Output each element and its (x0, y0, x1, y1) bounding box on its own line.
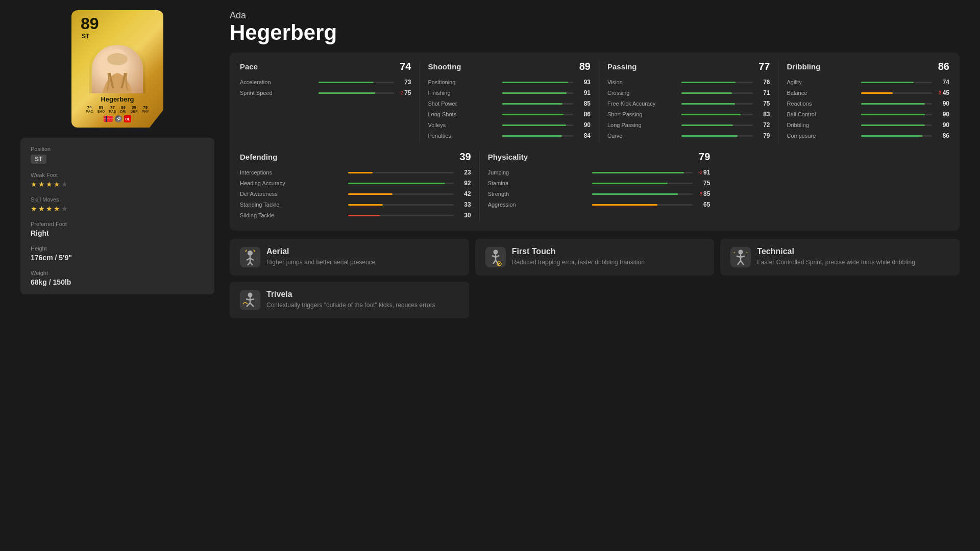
stat-row: Shot Power85 (428, 100, 591, 107)
player-last-name: Hegerberg (230, 21, 960, 44)
stat-name: Penalties (428, 133, 499, 139)
stat-value: 23 (464, 169, 471, 176)
category-value: 39 (459, 151, 471, 163)
stat-row: Heading Accuracy92 (240, 180, 471, 187)
stat-name: Crossing (607, 90, 678, 96)
stat-value: 30 (464, 212, 471, 219)
card-stats-row: 74 PAC 89 SHO 77 PAS 86 DRI 39 DEF (86, 105, 149, 113)
trait-card-technical: + + TechnicalFaster Controlled Sprint, p… (720, 239, 960, 276)
stat-value: 83 (763, 111, 770, 118)
stat-row: Long Shots86 (428, 111, 591, 118)
trait-text-block: TechnicalFaster Controlled Sprint, preci… (757, 247, 915, 267)
trait-name: First Touch (512, 247, 645, 256)
category-name: Physicality (488, 153, 528, 161)
stat-bar (861, 92, 893, 94)
stat-name: Agility (787, 79, 858, 85)
card-flags: ⚽ OL (104, 115, 131, 122)
stat-bar-container (592, 193, 693, 195)
skill-moves-stars: ★ ★ ★ ★ ★ (31, 205, 204, 213)
stat-value: 72 (763, 121, 770, 129)
svg-text:+: + (733, 251, 736, 255)
stat-bar-container (318, 92, 394, 94)
stat-value: 75 (703, 180, 710, 187)
stat-value: 73 (404, 79, 411, 86)
stat-bar (592, 204, 658, 206)
sm-star-4: ★ (54, 205, 60, 213)
skill-moves-row: Skill Moves ★ ★ ★ ★ ★ (31, 196, 204, 213)
stat-name: Sliding Tackle (240, 212, 345, 218)
trait-desc: Contextually triggers "outside of the fo… (266, 301, 435, 310)
stats-grid: Pace74Acceleration73Sprint Speed-275Shoo… (230, 53, 960, 231)
stat-modifier: -2 (698, 170, 702, 175)
stat-name: Interceptions (240, 169, 345, 176)
stat-value: 93 (584, 79, 591, 86)
sm-star-3: ★ (46, 205, 53, 213)
stat-value: 45 (943, 89, 949, 96)
svg-point-1 (107, 53, 128, 65)
stat-row: Dribbling90 (787, 121, 950, 129)
card-stat-phy: 79 PHY (141, 105, 149, 113)
stat-bar (348, 215, 380, 216)
svg-point-10 (493, 250, 498, 255)
stat-row: Stamina75 (488, 180, 710, 187)
stat-bar (592, 183, 668, 184)
trait-text-block: TrivelaContextually triggers "outside of… (266, 290, 435, 310)
stats-category-dribbling: Dribbling86Agility74Balance-345Reactions… (778, 61, 950, 143)
stat-bar-container (348, 183, 453, 184)
stat-bar-container (861, 114, 932, 115)
stat-row: Interceptions23 (240, 169, 471, 176)
weight-label: Weight (31, 270, 204, 276)
stat-name: Sprint Speed (240, 90, 315, 96)
stat-bar-container (681, 82, 752, 83)
stat-bar-container (861, 92, 932, 94)
stat-row: Acceleration73 (240, 79, 411, 86)
player-card-wrapper: 89 ST Hegerberg (20, 10, 214, 128)
card-stat-dri: 86 DRI (120, 105, 126, 113)
stat-row: Balance-345 (787, 89, 950, 96)
stat-name: Vision (607, 79, 678, 85)
stat-bar-container (861, 135, 932, 137)
svg-point-28 (248, 293, 253, 297)
stat-row: Finishing91 (428, 89, 591, 96)
stat-value: 90 (584, 121, 591, 129)
stat-row: Short Passing83 (607, 111, 770, 118)
card-stat-def: 39 DEF (130, 105, 137, 113)
stat-row: Jumping-291 (488, 169, 710, 176)
stat-name: Composure (787, 133, 858, 139)
card-stat-pac: 74 PAC (86, 105, 93, 113)
height-value: 176cm / 5'9" (31, 254, 204, 262)
stat-name: Free Kick Accuracy (607, 101, 678, 107)
trait-desc: Higher jumps and better aerial presence (266, 258, 375, 267)
svg-text:+: + (746, 251, 748, 255)
stat-bar (502, 135, 562, 137)
weak-foot-stars: ★ ★ ★ ★ ★ (31, 180, 204, 188)
stat-bar-container (681, 135, 752, 137)
stat-bar (681, 124, 732, 126)
stat-value: 42 (464, 190, 471, 197)
weight-row: Weight 68kg / 150lb (31, 270, 204, 286)
stat-bar (861, 114, 925, 115)
stat-bar-container (348, 215, 453, 216)
category-value: 89 (579, 61, 591, 72)
stat-name: Finishing (428, 90, 499, 96)
stat-row: Crossing71 (607, 89, 770, 96)
category-value: 86 (938, 61, 949, 72)
stat-row: Sliding Tackle30 (240, 212, 471, 219)
stat-bar (861, 82, 914, 83)
stat-name: Heading Accuracy (240, 180, 345, 186)
stat-bar-container (681, 124, 752, 126)
stat-name: Short Passing (607, 111, 678, 117)
stat-bar-container (502, 103, 573, 105)
player-card: 89 ST Hegerberg (71, 10, 163, 128)
stat-bar (861, 124, 925, 126)
stat-bar-container (502, 135, 573, 137)
stat-value: 90 (943, 121, 949, 129)
stat-row: Reactions90 (787, 100, 950, 107)
star-5: ★ (61, 180, 68, 188)
stat-value: 75 (404, 89, 411, 96)
stat-bar (681, 103, 734, 105)
stat-name: Ball Control (787, 111, 858, 117)
stat-value: 84 (584, 132, 591, 139)
stat-value: 86 (584, 111, 591, 118)
stat-name: Reactions (787, 101, 858, 107)
